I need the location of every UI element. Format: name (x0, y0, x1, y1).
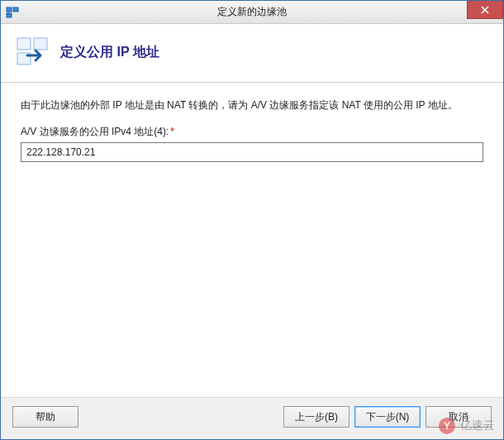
svg-rect-2 (13, 7, 18, 12)
svg-rect-7 (34, 38, 47, 50)
back-button[interactable]: 上一步(B) (283, 406, 349, 428)
description-text: 由于此边缘池的外部 IP 地址是由 NAT 转换的，请为 A/V 边缘服务指定该… (21, 98, 483, 113)
required-mark: * (170, 126, 174, 137)
next-button[interactable]: 下一步(N) (354, 406, 421, 428)
title-bar: 定义新的边缘池 (1, 1, 503, 24)
ipv4-label-text: A/V 边缘服务的公用 IPv4 地址(4): (21, 126, 169, 137)
close-icon (481, 6, 489, 14)
svg-rect-0 (7, 7, 12, 12)
cancel-button[interactable]: 取消 (426, 406, 492, 428)
svg-rect-5 (17, 38, 31, 50)
wizard-window: 定义新的边缘池 定义公用 IP 地址 由于此边缘池的外部 IP 地址是由 NAT… (0, 0, 504, 440)
app-icon (6, 6, 19, 19)
wizard-footer: 帮助 上一步(B) 下一步(N) 取消 (1, 397, 503, 439)
help-button[interactable]: 帮助 (12, 406, 78, 428)
svg-rect-1 (7, 13, 12, 17)
ipv4-address-input[interactable] (21, 142, 483, 162)
wizard-header-icon (16, 36, 52, 69)
wizard-content: 由于此边缘池的外部 IP 地址是由 NAT 转换的，请为 A/V 边缘服务指定该… (1, 83, 503, 397)
close-button[interactable] (467, 1, 503, 19)
wizard-step-title: 定义公用 IP 地址 (60, 44, 159, 61)
ipv4-label: A/V 边缘服务的公用 IPv4 地址(4):* (21, 125, 483, 139)
window-title: 定义新的边缘池 (1, 5, 503, 19)
wizard-header: 定义公用 IP 地址 (1, 24, 503, 83)
